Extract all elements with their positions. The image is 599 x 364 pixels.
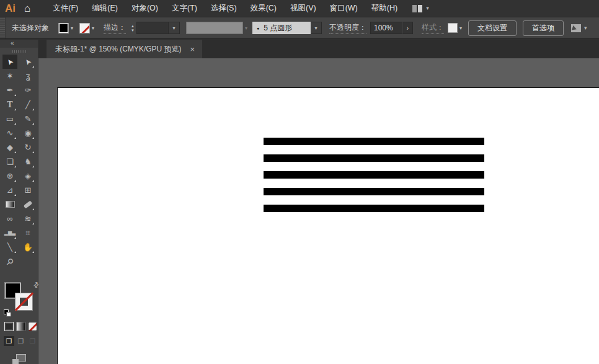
hand-tool[interactable]: ✋ [20,240,35,254]
blob-brush-icon: ◉ [24,129,31,137]
menu-窗口[interactable]: 窗口(W) [324,0,364,17]
gradient-button[interactable] [16,322,25,331]
selection-icon: ➤ [5,57,15,66]
drawing-mode-buttons: ❐❐❐ [4,336,38,346]
default-fill-stroke-icon[interactable] [4,309,11,317]
fill-color-control[interactable]: ▾ [58,23,73,33]
stripes-artwork[interactable] [264,138,484,221]
chevron-down-icon: ▾ [172,25,175,31]
selection-tool[interactable]: ➤ [2,55,17,69]
artboard[interactable] [57,87,599,364]
symbol-sprayer-tool[interactable]: ≋ [20,211,35,226]
artboard-icon: ⌗ [25,229,30,237]
stroke-box-none[interactable] [15,293,33,311]
style-swatch[interactable] [448,23,458,33]
stripe-rect[interactable] [264,171,484,179]
draw-behind-button[interactable]: ❐ [16,336,26,346]
menu-效果[interactable]: 效果(C) [244,0,283,17]
slice-tool[interactable]: ╲ [2,240,17,254]
eyedropper-tool[interactable] [20,197,35,211]
select-similar-options[interactable]: ▾ [571,24,587,32]
tool-panel-drag-handle[interactable] [0,48,38,55]
chevron-down-icon: ▾ [584,25,587,31]
paintbrush-icon: ✎ [25,115,32,123]
live-paint-bucket-icon: ◈ [25,172,31,180]
color-button[interactable] [4,322,14,331]
opacity-label[interactable]: 不透明度： [329,22,366,34]
collapse-panel-button[interactable]: « [0,40,38,48]
menu-对象[interactable]: 对象(O) [125,0,164,17]
artboard-tool[interactable]: ⌗ [20,226,35,240]
lasso-tool[interactable]: ʓ [20,69,35,83]
pen-tool[interactable]: ✒ [2,83,17,97]
paintbrush-tool[interactable]: ✎ [20,112,35,126]
shaper-tool[interactable]: ∿ [2,126,17,140]
scale-tool[interactable]: ❏ [2,154,17,169]
type-tool[interactable]: T [2,97,17,112]
shape-builder-tool[interactable]: ⊕ [2,169,17,183]
panel-drag-handle[interactable] [0,17,6,38]
menu-编辑[interactable]: 编辑(E) [86,0,124,17]
stripe-rect[interactable] [264,138,484,145]
magic-wand-tool[interactable]: ✶ [2,69,17,83]
column-graph-tool[interactable]: ▂▆▃ [2,226,17,240]
stroke-weight-field[interactable] [136,22,169,34]
stroke-weight-label[interactable]: 描边： [104,22,126,34]
chevron-down-icon: ▾ [92,25,94,31]
menu-视图[interactable]: 视图(V) [284,0,322,17]
gradient-tool[interactable] [2,197,17,211]
menu-帮助[interactable]: 帮助(H) [365,0,404,17]
none-button[interactable] [28,322,37,331]
control-bar: 未选择对象 ▾ ▾ 描边： ▲▼ ▾ ▾ ● 5 点圆形 ▾ 不透明度： 100… [0,17,599,39]
stroke-weight-stepper[interactable]: ▲▼ [131,24,135,32]
menu-文字[interactable]: 文字(T) [166,0,203,17]
direct-selection-tool[interactable]: ➤ [20,55,35,69]
pen-icon: ✒ [7,86,14,94]
mesh-tool[interactable]: ⊞ [20,183,35,197]
workspace-switcher[interactable]: ▾ [412,5,429,12]
stripe-rect[interactable] [264,205,484,212]
tool-panel: « ➤➤✶ʓ✒✑T╱▭✎∿◉◆↻❏♞⊕◈⊿⊞∞≋▂▆▃⌗╲✋⚲ ⇄ ❐❐❐ [0,40,38,364]
menu-文件[interactable]: 文件(F) [47,0,84,17]
blend-tool[interactable]: ∞ [2,211,17,226]
menu-选择[interactable]: 选择(S) [205,0,243,17]
gradient-icon [6,201,15,208]
brush-definition-dropdown[interactable]: ● 5 点圆形 [252,22,311,34]
perspective-grid-tool[interactable]: ⊿ [2,183,17,197]
zoom-tool[interactable]: ⚲ [2,254,17,269]
stroke-color-control[interactable]: ▾ [79,23,94,33]
line-segment-tool[interactable]: ╱ [20,97,35,112]
blob-brush-tool[interactable]: ◉ [20,126,35,140]
fill-color-swatch[interactable] [58,23,69,33]
illustrator-logo: Ai [0,2,22,15]
stroke-none-swatch[interactable] [79,23,90,33]
draw-normal-button[interactable]: ❐ [4,336,14,346]
opacity-field[interactable]: 100% [370,22,402,34]
slice-icon: ╲ [7,243,12,251]
puppet-warp-tool[interactable]: ♞ [20,154,35,169]
rotate-tool[interactable]: ↻ [20,140,35,154]
eraser-tool[interactable]: ◆ [2,140,17,154]
stripe-rect[interactable] [264,188,484,195]
canvas-area[interactable] [38,58,599,364]
select-similar-icon [571,24,581,32]
rectangle-tool[interactable]: ▭ [2,112,17,126]
mesh-icon: ⊞ [25,186,32,194]
home-icon[interactable]: ⌂ [22,3,39,14]
style-label[interactable]: 样式： [422,22,444,34]
brush-definition-chevron[interactable]: ▾ [311,22,322,34]
stroke-weight-dropdown[interactable]: ▾ [169,22,180,34]
zoom-icon: ⚲ [4,256,15,267]
tools-grid: ➤➤✶ʓ✒✑T╱▭✎∿◉◆↻❏♞⊕◈⊿⊞∞≋▂▆▃⌗╲✋⚲ [0,55,38,269]
stripe-rect[interactable] [264,154,484,162]
change-screen-mode-icon[interactable] [12,354,26,364]
opacity-options-button[interactable]: › [402,22,413,34]
document-tab[interactable]: 未标题-1* @ 150% (CMYK/GPU 预览) × [47,40,202,58]
close-icon[interactable]: × [190,45,195,53]
rectangle-icon: ▭ [6,115,14,123]
preferences-button[interactable]: 首选项 [523,20,564,36]
curvature-tool[interactable]: ✑ [20,83,35,97]
live-paint-bucket-tool[interactable]: ◈ [20,169,35,183]
document-setup-button[interactable]: 文档设置 [468,20,517,36]
workspace-icon [412,5,422,12]
